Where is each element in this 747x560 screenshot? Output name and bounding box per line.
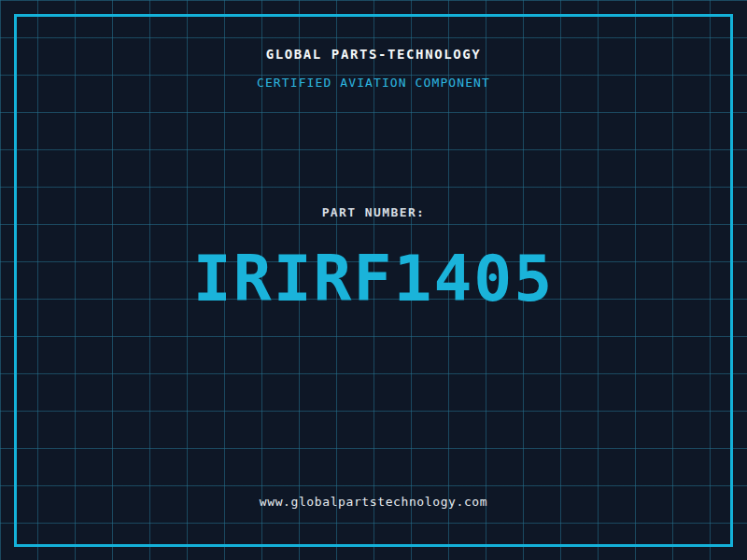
certified-tagline: CERTIFIED AVIATION COMPONENT [0, 77, 747, 90]
part-number-value: IRIRF1405 [0, 245, 747, 315]
brand-title: GLOBAL PARTS-TECHNOLOGY [0, 48, 747, 62]
website-url: www.globalpartstechnology.com [0, 496, 747, 509]
part-number-label: PART NUMBER: [0, 206, 747, 219]
